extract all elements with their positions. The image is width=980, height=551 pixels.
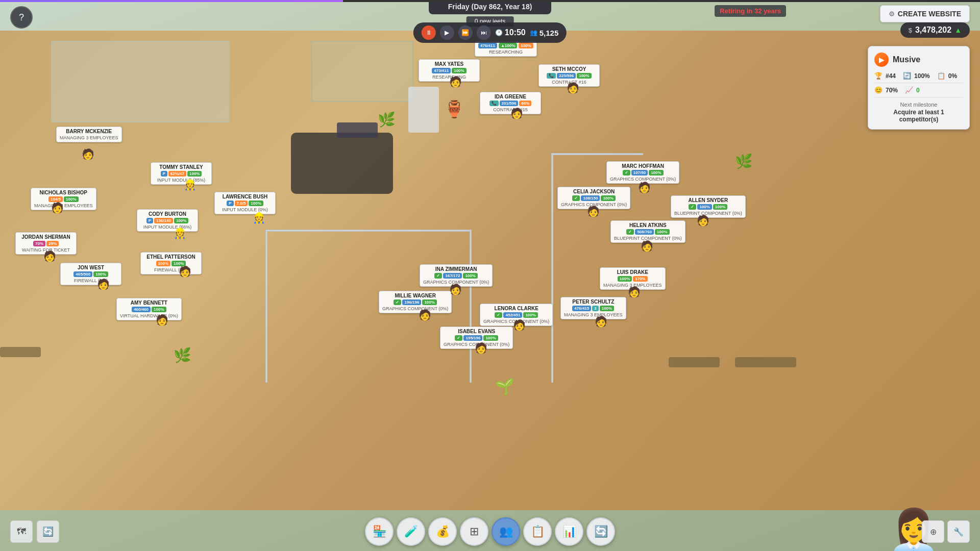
gear-icon: ⚙ [889, 10, 895, 18]
toolbar-shop[interactable]: 🏪 [365, 517, 394, 546]
bottom-toolbar: 🏪 🧪 💰 ⊞ 👥 📋 📊 🔄 [365, 517, 615, 546]
sofa [291, 133, 393, 194]
retiring-label: Retiring in [720, 7, 752, 15]
milestone-section: Next milestone Acquire at least 1 compet… [874, 102, 963, 123]
figure-millie: 🧑 [419, 309, 431, 321]
figure-ethel: 🧑 [179, 265, 191, 278]
copy-button[interactable]: ⊕ [922, 520, 944, 543]
figure-peter: 🧑 [595, 315, 607, 328]
figure-seth: 🧑 [567, 82, 579, 94]
wall-1 [265, 230, 267, 383]
emp-cody-burton[interactable]: CODY BURTON P 136/140 100% INPUT MODULE … [137, 209, 198, 232]
top-hud: Friday (Day 862, Year 18) 0 new jeets Re… [0, 0, 980, 41]
figure-marc: 🧑 [638, 181, 651, 193]
researching-label: 476/411 ▲100% 100% RESEARCHING [475, 41, 537, 57]
help-icon: ? [19, 12, 24, 23]
trend-icon: 📈 [905, 86, 913, 94]
bottom-right-controls: ⊕ 🔧 [922, 520, 970, 543]
figure-tommy: 👷 [184, 179, 197, 191]
help-button[interactable]: ? [10, 6, 33, 29]
time-display: 🕐 10:50 [495, 28, 526, 37]
money-amount: 3,478,202 [915, 26, 951, 35]
company-rank: #44 [886, 72, 896, 80]
satisfaction-icon: 😊 [874, 86, 883, 94]
emp-marc-hoffman[interactable]: MARC HOFFMAN ✓ 107/50 100% GRAPHICS COMP… [606, 161, 679, 184]
figure-jordan: 🧑 [43, 250, 56, 262]
figure-max: 🧑 [449, 76, 462, 88]
toolbar-employees[interactable]: 👥 [492, 517, 520, 546]
emp-amy-bennett[interactable]: AMY BENNETT 460/460 100% VIRTUAL HARDWAR… [116, 298, 182, 320]
money-display: $ 3,478,202 ▲ [900, 22, 970, 38]
date-display: Friday (Day 862, Year 18) [429, 0, 551, 14]
share-icon: 🔄 [903, 72, 911, 80]
copier [408, 87, 439, 133]
upper-room [51, 41, 230, 122]
toolbar-products[interactable]: ⊞ [460, 517, 488, 546]
fastest-button[interactable]: ⏭ [477, 26, 491, 40]
bench-right [735, 357, 796, 367]
figure-cody: 👷 [174, 227, 186, 239]
toolbar-contracts[interactable]: 📋 [523, 517, 552, 546]
population-icon: 👥 [530, 29, 537, 36]
bench-right2 [669, 357, 720, 367]
figure-luis: 🧑 [628, 286, 641, 298]
figure-ina: 🧑 [449, 283, 462, 295]
date-text: Friday (Day 862, Year 18) [448, 3, 532, 11]
company-share: 100% [914, 72, 930, 80]
emp-ethel-patterson[interactable]: ETHEL PATTERSON 100% 100% FIREWALL (0%) [140, 252, 202, 274]
pause-button[interactable]: ⏸ [422, 26, 436, 40]
emp-lawrence-bush[interactable]: LAWRENCE BUSH P 7.8/5 100% INPUT MODULE … [214, 192, 276, 214]
rank-icon: 🏆 [874, 72, 883, 80]
progress-fill [0, 0, 343, 2]
company-satisfaction: 70% [886, 87, 898, 94]
emp-jon-west[interactable]: JON WEST 465/500 100% FIREWALL (0%) [60, 263, 121, 285]
toolbar-research[interactable]: 🧪 [397, 517, 425, 546]
milestone-label: Next milestone [874, 102, 963, 108]
retiring-display: Retiring in 32 years [715, 5, 786, 17]
company-satisfaction-row: 😊 70% 📈 0 [874, 86, 963, 94]
clock-icon: 🕐 [495, 29, 503, 36]
wall-2 [265, 230, 470, 232]
fast-play-button[interactable]: ⏩ [458, 26, 473, 40]
map-button[interactable]: 🗺 [10, 520, 33, 543]
company-rank-row: 🏆 #44 🔄 100% 📋 0% [874, 72, 963, 80]
toolbar-stats[interactable]: 📊 [555, 517, 583, 546]
money-trend: ▲ [954, 26, 962, 34]
company-name: Musive [893, 55, 920, 64]
company-logo-icon: ▶ [879, 56, 885, 64]
toolbar-competitors[interactable]: 🔄 [586, 517, 615, 546]
emp-barry-mckenzie[interactable]: BARRY MCKENZIE MANAGING 3 EMPLOYEES [56, 127, 122, 142]
company-divider1 [874, 83, 963, 83]
company-trend: 0 [916, 87, 920, 94]
figure-barry: 🧑 [82, 148, 94, 160]
milestone-text: Acquire at least 1 competitor(s) [874, 109, 963, 123]
toolbar-finance[interactable]: 💰 [428, 517, 457, 546]
coffee-table [337, 122, 378, 138]
create-website-button[interactable]: ⚙ CREATE WEBSITE [880, 5, 970, 22]
wall-3 [470, 230, 472, 383]
plant-decor: 🌿 [378, 111, 396, 128]
company-header: ▶ Musive [874, 53, 963, 67]
figure-helen: 🧑 [641, 240, 653, 252]
game-world: 🌿 🏺 🌿 🌱 🌿 476/411 ▲100% 100% RESEARCHING… [0, 0, 980, 551]
emp-millie-wagner[interactable]: MILLIE WAGNER ✓ 196/196 100% GRAPHICS CO… [379, 291, 452, 313]
shop-area [311, 41, 413, 102]
emp-tommy-stanley[interactable]: TOMMY STANLEY P 62%/47 100% INPUT MODULE… [151, 162, 212, 185]
play-button[interactable]: ▶ [440, 26, 454, 40]
emp-peter-schultz[interactable]: PETER SCHULTZ 476/415 3 100% MANAGING 3 … [560, 297, 626, 319]
population-text: 5,125 [540, 29, 559, 37]
bench-left [0, 347, 41, 357]
plant-far-right: 🌿 [735, 153, 753, 170]
figure-amy: 🧑 [156, 314, 168, 326]
company-logo: ▶ [874, 53, 889, 67]
media-controls: ⏸ ▶ ⏩ ⏭ 🕐 10:50 👥 5,125 [413, 22, 567, 43]
company-emp-pct: 0% [948, 72, 957, 80]
company-divider2 [874, 97, 963, 97]
settings-button[interactable]: 🔧 [947, 520, 970, 543]
figure-jon: 🧑 [97, 278, 110, 290]
time-text: 10:50 [505, 28, 526, 37]
dollar-sign: $ [909, 27, 912, 34]
company-panel: ▶ Musive 🏆 #44 🔄 100% 📋 0% 😊 70% 📈 0 Nex… [868, 46, 970, 130]
wall-4 [551, 153, 553, 383]
refresh-button[interactable]: 🔄 [37, 520, 59, 543]
